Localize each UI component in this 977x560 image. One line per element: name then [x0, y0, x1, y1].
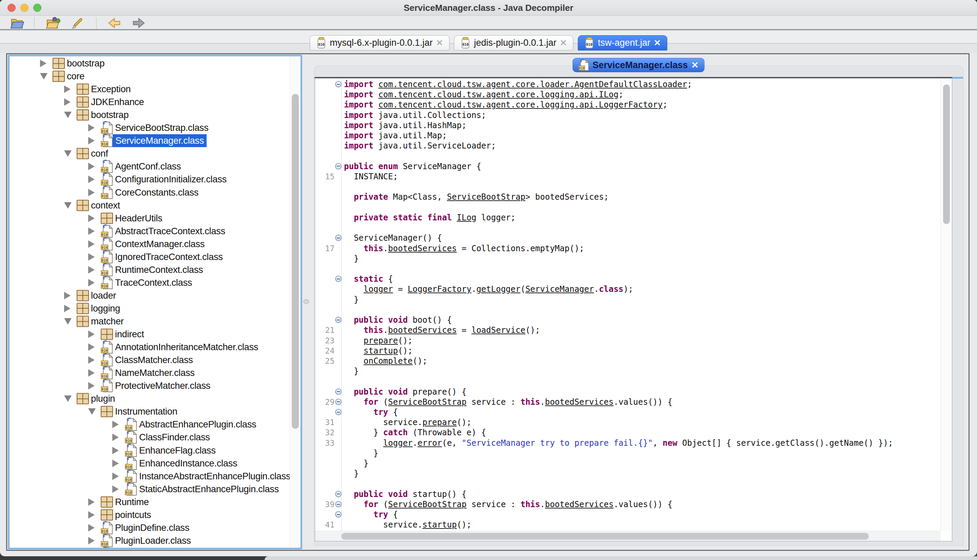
tree-item-IgnoredTraceContext.class[interactable]: 010 IgnoredTraceContext.class	[10, 250, 301, 263]
tree-item-core[interactable]: core	[10, 70, 301, 83]
code-link[interactable]: ILog	[457, 213, 476, 222]
expand-arrow-icon[interactable]	[112, 460, 119, 467]
collapse-arrow-icon[interactable]	[64, 202, 72, 208]
expand-arrow-icon[interactable]	[88, 137, 95, 144]
fold-marker-icon[interactable]	[335, 409, 342, 415]
expand-arrow-icon[interactable]	[88, 215, 95, 222]
code-link[interactable]: prepare	[364, 336, 398, 345]
tree-scrollbar-thumb[interactable]	[292, 94, 299, 429]
expand-arrow-icon[interactable]	[88, 163, 95, 170]
code-link[interactable]: loadService	[471, 325, 526, 335]
tree-item-StaticAbstractEnhancePlugin.class[interactable]: 010 StaticAbstractEnhancePlugin.class	[10, 483, 301, 496]
fold-marker-icon[interactable]	[335, 163, 342, 170]
collapse-arrow-icon[interactable]	[64, 318, 72, 325]
tree-item-JDKEnhance[interactable]: JDKEnhance	[10, 96, 301, 108]
code-link[interactable]: LoggerFactory	[408, 284, 471, 294]
close-tab-icon[interactable]: ✕	[654, 38, 661, 48]
code-link[interactable]: startup	[364, 346, 398, 356]
tree-item-PluginLoader.class[interactable]: 010 PluginLoader.class	[10, 534, 301, 547]
collapse-arrow-icon[interactable]	[64, 112, 72, 118]
tree-item-HeaderUtils[interactable]: HeaderUtils	[10, 212, 301, 225]
tree-item-NameMatcher.class[interactable]: 010 NameMatcher.class	[10, 367, 301, 379]
tree-item-context[interactable]: context	[10, 199, 301, 212]
code-link[interactable]: bootedServices	[545, 397, 613, 407]
code-link[interactable]: logger	[364, 284, 393, 294]
jar-tab-tsw-agent.jar[interactable]: 010 tsw-agent.jar✕	[578, 35, 667, 50]
expand-arrow-icon[interactable]	[88, 240, 95, 248]
expand-arrow-icon[interactable]	[112, 433, 119, 441]
tree-item-partial[interactable]: 010	[10, 547, 301, 548]
tree-item-ServiceBootStrap.class[interactable]: 010 ServiceBootStrap.class	[10, 122, 301, 134]
tree-item-EnhanceFlag.class[interactable]: 010 EnhanceFlag.class	[10, 444, 301, 457]
expand-arrow-icon[interactable]	[112, 447, 119, 454]
collapse-arrow-icon[interactable]	[64, 396, 72, 402]
open-file-icon[interactable]	[10, 17, 25, 30]
code-link[interactable]: logger	[383, 438, 413, 448]
close-tab-icon[interactable]: ✕	[691, 60, 698, 70]
tab-servicemanager-class[interactable]: 010 ServiceManager.class ✕	[573, 58, 705, 72]
code-link[interactable]: prepare	[423, 418, 457, 427]
back-icon[interactable]	[107, 17, 122, 30]
tree-item-Instrumentation[interactable]: Instrumentation	[10, 405, 301, 418]
fold-marker-icon[interactable]	[335, 276, 342, 282]
search-icon[interactable]	[70, 17, 85, 30]
code-link[interactable]: com.tencent.cloud.tsw.agent.core.logging…	[378, 100, 663, 110]
code-link[interactable]: bootedServices	[545, 500, 613, 509]
code-link[interactable]: startup	[423, 520, 457, 530]
code-link[interactable]: bootedServices	[388, 325, 457, 335]
collapse-arrow-icon[interactable]	[88, 408, 96, 415]
expand-arrow-icon[interactable]	[112, 421, 119, 428]
code-link[interactable]: getLogger	[476, 284, 520, 294]
tree-item-PluginDefine.class[interactable]: 010 PluginDefine.class	[10, 522, 301, 534]
tree-item-Exception[interactable]: Exception	[10, 83, 301, 96]
code-link[interactable]: ServiceBootStrap	[388, 397, 466, 407]
expand-arrow-icon[interactable]	[88, 124, 95, 132]
code-vscrollbar-thumb[interactable]	[943, 84, 950, 224]
expand-arrow-icon[interactable]	[88, 369, 95, 377]
expand-arrow-icon[interactable]	[88, 330, 95, 338]
forward-icon[interactable]	[130, 17, 146, 30]
expand-arrow-icon[interactable]	[88, 253, 95, 261]
expand-arrow-icon[interactable]	[88, 279, 95, 287]
code-hscrollbar-thumb[interactable]	[341, 533, 869, 540]
expand-arrow-icon[interactable]	[88, 189, 95, 196]
code-link[interactable]: error	[418, 438, 442, 448]
collapse-arrow-icon[interactable]	[40, 73, 47, 80]
tree-item-CoreConstants.class[interactable]: 010 CoreConstants.class	[10, 186, 301, 199]
tree-item-ClassMatcher.class[interactable]: 010 ClassMatcher.class	[10, 353, 301, 367]
fold-marker-icon[interactable]	[335, 317, 342, 323]
code-link[interactable]: bootedServices	[388, 244, 457, 253]
code-link[interactable]: onComplete	[364, 356, 413, 366]
jar-tab-jedis-plugin-0.0.1.jar[interactable]: 010 jedis-plugin-0.0.1.jar✕	[454, 35, 573, 50]
tree-item-ClassFinder.class[interactable]: 010 ClassFinder.class	[10, 431, 301, 444]
expand-arrow-icon[interactable]	[88, 356, 95, 364]
tree-item-logging[interactable]: logging	[10, 302, 301, 315]
tree-item-AgentConf.class[interactable]: 010 AgentConf.class	[10, 160, 301, 173]
code-horizontal-scrollbar[interactable]	[315, 531, 941, 541]
code-link[interactable]: com.tencent.cloud.tsw.agent.core.loader.…	[378, 80, 687, 89]
open-all-types-icon[interactable]	[46, 17, 62, 30]
code-vertical-scrollbar[interactable]	[941, 78, 952, 531]
expand-arrow-icon[interactable]	[88, 498, 95, 506]
expand-arrow-icon[interactable]	[112, 485, 119, 493]
fold-marker-icon[interactable]	[335, 501, 342, 507]
tree-item-ContextManager.class[interactable]: 010 ContextManager.class	[10, 238, 301, 250]
expand-arrow-icon[interactable]	[88, 537, 95, 544]
fold-marker-icon[interactable]	[335, 388, 342, 395]
fold-marker-icon[interactable]	[335, 235, 342, 241]
tree-item-Runtime[interactable]: Runtime	[10, 496, 301, 508]
tree-item-TraceContext.class[interactable]: 010 TraceContext.class	[10, 276, 301, 289]
tree-item-indirect[interactable]: indirect	[10, 328, 301, 341]
expand-arrow-icon[interactable]	[64, 98, 70, 106]
code-link[interactable]: ServiceBootStrap	[447, 192, 525, 202]
code-link[interactable]: com.tencent.cloud.tsw.agent.core.logging…	[378, 90, 618, 99]
expand-arrow-icon[interactable]	[88, 227, 95, 235]
expand-arrow-icon[interactable]	[88, 382, 95, 390]
tree-item-ConfigurationInitializer.class[interactable]: 010 ConfigurationInitializer.class	[10, 173, 301, 186]
tree-item-ServiceManager.class[interactable]: 010 ServiceManager.class	[10, 134, 301, 147]
expand-arrow-icon[interactable]	[88, 176, 95, 183]
code-link[interactable]: ServiceBootStrap	[388, 500, 466, 509]
fold-marker-icon[interactable]	[335, 491, 342, 497]
expand-arrow-icon[interactable]	[112, 473, 119, 480]
expand-arrow-icon[interactable]	[40, 60, 47, 67]
